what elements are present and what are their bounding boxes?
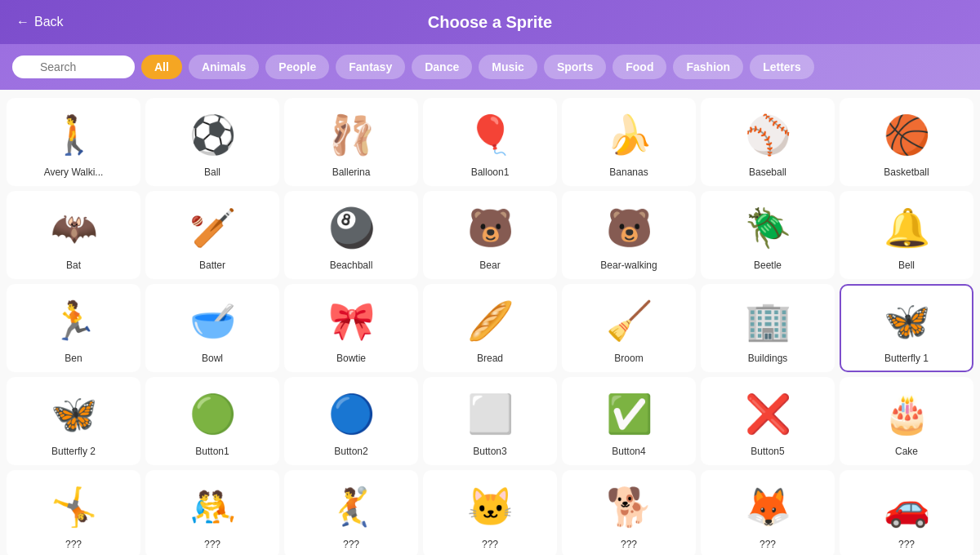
sprite-card-button1[interactable]: 🟢Button1 [145, 377, 279, 465]
sprite-label-partial2: ??? [150, 539, 274, 550]
sprite-card-button2[interactable]: 🔵Button2 [284, 377, 418, 465]
sprite-card-bear[interactable]: 🐻Bear [423, 191, 557, 279]
sprite-image-butterfly1: 🦋 [844, 292, 969, 349]
sprite-label-buildings: Buildings [706, 353, 830, 364]
sprite-label-bowl: Bowl [150, 353, 274, 364]
filter-btn-food[interactable]: Food [612, 55, 666, 79]
sprite-image-partial4: 🐱 [428, 478, 552, 535]
filter-btn-letters[interactable]: Letters [750, 55, 814, 79]
sprite-card-basketball[interactable]: 🏀Basketball [840, 98, 973, 186]
filter-btn-animals[interactable]: Animals [189, 55, 259, 79]
sprite-card-beetle[interactable]: 🪲Beetle [701, 191, 835, 279]
filter-btn-sports[interactable]: Sports [544, 55, 606, 79]
sprite-card-partial6[interactable]: 🦊??? [701, 470, 835, 555]
filter-btn-dance[interactable]: Dance [412, 55, 472, 79]
sprite-label-bear: Bear [428, 260, 552, 271]
sprite-card-ball[interactable]: ⚽Ball [145, 98, 279, 186]
sprite-card-button4[interactable]: ✅Button4 [562, 377, 696, 465]
sprite-label-button2: Button2 [289, 446, 413, 457]
sprite-label-beetle: Beetle [706, 260, 830, 271]
filter-btn-fashion[interactable]: Fashion [673, 55, 743, 79]
sprite-image-balloon1: 🎈 [428, 106, 552, 163]
sprite-image-partial3: 🤾 [289, 478, 413, 535]
sprite-label-partial1: ??? [11, 539, 136, 550]
sprite-image-avery-walking: 🚶 [11, 106, 136, 163]
sprite-image-partial1: 🤸 [11, 478, 136, 535]
sprite-card-ballerina[interactable]: 🩰Ballerina [284, 98, 418, 186]
sprite-label-bell: Bell [844, 260, 969, 271]
sprite-card-batter[interactable]: 🏏Batter [145, 191, 279, 279]
sprite-image-bowtie: 🎀 [289, 292, 413, 349]
filter-btn-music[interactable]: Music [479, 55, 537, 79]
sprite-image-button5: ❌ [706, 385, 830, 442]
filter-btn-people[interactable]: People [265, 55, 329, 79]
sprite-image-bread: 🥖 [428, 292, 552, 349]
sprite-image-batter: 🏏 [150, 199, 274, 256]
sprite-image-ball: ⚽ [150, 106, 274, 163]
sprite-label-button4: Button4 [567, 446, 691, 457]
sprite-card-balloon1[interactable]: 🎈Balloon1 [423, 98, 557, 186]
sprite-image-partial2: 🤼 [150, 478, 274, 535]
sprite-label-partial7: ??? [844, 539, 969, 550]
sprite-image-bell: 🔔 [844, 199, 969, 256]
sprite-label-partial3: ??? [289, 539, 413, 550]
back-button[interactable]: ← Back [16, 15, 64, 29]
sprite-label-partial5: ??? [567, 539, 691, 550]
sprite-card-bear-walking[interactable]: 🐻Bear-walking [562, 191, 696, 279]
sprite-image-bananas: 🍌 [567, 106, 691, 163]
sprite-label-cake: Cake [844, 446, 969, 457]
search-wrapper: 🔍 [12, 56, 135, 78]
sprite-card-partial7[interactable]: 🚗??? [840, 470, 973, 555]
sprite-grid-container[interactable]: 🚶Avery Walki...⚽Ball🩰Ballerina🎈Balloon1🍌… [0, 90, 980, 555]
sprite-image-button3: ⬜ [428, 385, 552, 442]
sprite-card-butterfly1[interactable]: 🦋Butterfly 1 [840, 284, 973, 372]
sprite-label-batter: Batter [150, 260, 274, 271]
sprite-image-butterfly2: 🦋 [11, 385, 136, 442]
sprite-card-bowtie[interactable]: 🎀Bowtie [284, 284, 418, 372]
back-arrow-icon: ← [16, 15, 29, 29]
sprite-card-bowl[interactable]: 🥣Bowl [145, 284, 279, 372]
sprite-card-butterfly2[interactable]: 🦋Butterfly 2 [7, 377, 140, 465]
sprite-image-beetle: 🪲 [706, 199, 830, 256]
sprite-card-partial4[interactable]: 🐱??? [423, 470, 557, 555]
sprite-card-partial1[interactable]: 🤸??? [7, 470, 140, 555]
sprite-card-beachball[interactable]: 🎱Beachball [284, 191, 418, 279]
sprite-card-ben[interactable]: 🏃Ben [7, 284, 140, 372]
sprite-card-avery-walking[interactable]: 🚶Avery Walki... [7, 98, 140, 186]
sprite-label-ballerina: Ballerina [289, 166, 413, 178]
sprite-card-partial5[interactable]: 🐕??? [562, 470, 696, 555]
sprite-card-button5[interactable]: ❌Button5 [701, 377, 835, 465]
sprite-card-bat[interactable]: 🦇Bat [7, 191, 140, 279]
sprite-label-button1: Button1 [150, 446, 274, 457]
sprite-image-button1: 🟢 [150, 385, 274, 442]
sprite-image-beachball: 🎱 [289, 199, 413, 256]
sprite-card-cake[interactable]: 🎂Cake [840, 377, 973, 465]
sprite-label-bananas: Bananas [567, 166, 691, 178]
sprite-image-buildings: 🏢 [706, 292, 830, 349]
sprite-label-balloon1: Balloon1 [428, 166, 552, 178]
sprite-card-baseball[interactable]: ⚾Baseball [701, 98, 835, 186]
filter-btn-fantasy[interactable]: Fantasy [336, 55, 405, 79]
sprite-image-basketball: 🏀 [844, 106, 969, 163]
filter-bar: 🔍 AllAnimalsPeopleFantasyDanceMusicSport… [0, 44, 980, 90]
search-input[interactable] [12, 56, 135, 78]
sprite-image-baseball: ⚾ [706, 106, 830, 163]
sprite-label-button5: Button5 [706, 446, 830, 457]
sprite-label-basketball: Basketball [844, 166, 969, 178]
sprite-image-bear: 🐻 [428, 199, 552, 256]
header: ← Back Choose a Sprite [0, 0, 980, 44]
back-label: Back [34, 15, 64, 29]
sprite-card-bell[interactable]: 🔔Bell [840, 191, 973, 279]
sprite-card-buildings[interactable]: 🏢Buildings [701, 284, 835, 372]
sprite-card-bananas[interactable]: 🍌Bananas [562, 98, 696, 186]
page-title: Choose a Sprite [428, 13, 552, 32]
filter-btn-all[interactable]: All [141, 55, 182, 79]
sprite-label-button3: Button3 [428, 446, 552, 457]
sprite-card-partial3[interactable]: 🤾??? [284, 470, 418, 555]
sprite-card-bread[interactable]: 🥖Bread [423, 284, 557, 372]
sprite-card-partial2[interactable]: 🤼??? [145, 470, 279, 555]
sprite-card-broom[interactable]: 🧹Broom [562, 284, 696, 372]
sprite-image-broom: 🧹 [567, 292, 691, 349]
sprite-label-broom: Broom [567, 353, 691, 364]
sprite-card-button3[interactable]: ⬜Button3 [423, 377, 557, 465]
